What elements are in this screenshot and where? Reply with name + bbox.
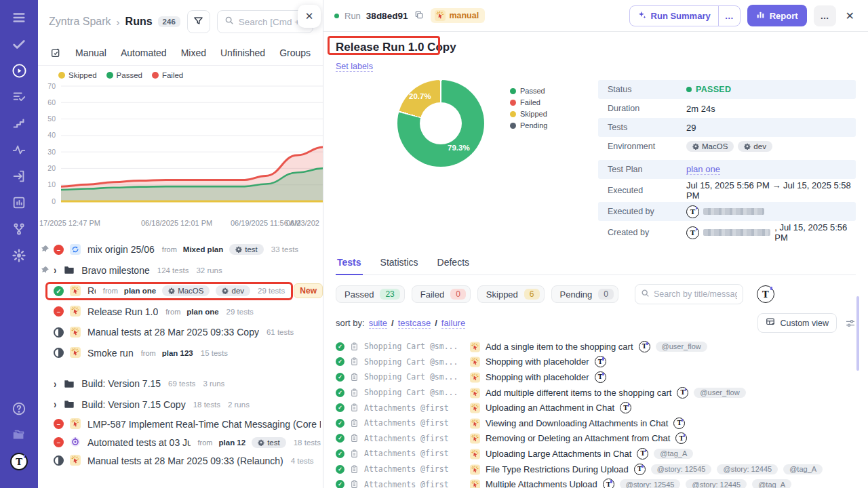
workspace-avatar[interactable]: T — [11, 453, 27, 470]
compose-icon[interactable] — [50, 47, 61, 58]
runs-tab-mixed[interactable]: Mixed — [181, 47, 206, 58]
more-actions-button[interactable]: … — [814, 5, 836, 26]
run-plan-link[interactable]: Mixed plan — [183, 245, 223, 253]
test-row[interactable]: ✓Shopping Cart @sm...Add multiple differ… — [336, 385, 856, 401]
copy-run-id-button[interactable] — [413, 9, 425, 23]
sign-in-icon[interactable] — [11, 168, 27, 184]
run-list-item[interactable]: Smoke runfromplan 12315 tests — [52, 343, 323, 364]
tab-tests[interactable]: Tests — [336, 256, 363, 275]
run-name: Automated tests at 03 Jul 2025 13:25 — [87, 437, 191, 448]
runs-tab-unfinished[interactable]: Unfinished — [220, 47, 265, 58]
clipboard-icon — [350, 342, 359, 351]
runs-play-icon[interactable] — [11, 62, 27, 79]
runs-tab-groups[interactable]: Groups — [279, 47, 311, 58]
set-labels-link[interactable]: Set labels — [336, 62, 373, 72]
test-suite-name: Attachments @first — [364, 449, 465, 458]
test-cases-icon[interactable] — [11, 89, 27, 105]
run-list-item[interactable]: –mix origin 25/06fromMixed plantest33 te… — [52, 239, 323, 260]
activity-icon[interactable] — [11, 142, 27, 158]
test-row[interactable]: ✓Shopping Cart @sm...Shopping with place… — [336, 369, 856, 385]
run-plan-link[interactable]: plan one — [186, 308, 218, 316]
run-tests-count: 61 tests — [267, 328, 294, 336]
run-name: Smoke run — [87, 348, 134, 359]
run-summary-button[interactable]: Run Summary — [630, 6, 718, 26]
runs-count-badge: 246 — [158, 16, 180, 27]
sort-row: sort by: suite / testcase / failure Cust… — [336, 313, 856, 333]
runs-search-input[interactable] — [239, 17, 306, 27]
run-list-item[interactable]: ›Build: Version 7.15 Copy18 tests2 runs — [52, 394, 323, 415]
run-list-item[interactable]: ›Build: Version 7.1569 tests3 runs — [52, 373, 323, 394]
gear-icon — [258, 439, 264, 446]
chevron-right-icon[interactable]: › — [54, 378, 56, 390]
manual-run-icon — [470, 342, 480, 352]
svg-text:70: 70 — [47, 82, 56, 90]
run-list-item[interactable]: Manual tests at 28 Mar 2025 09:33 (Relau… — [52, 451, 323, 470]
close-details-icon[interactable]: ✕ — [843, 9, 857, 22]
info-row-status: StatusPASSED — [598, 80, 856, 99]
filter-chip-skipped[interactable]: Skipped6 — [477, 285, 545, 303]
test-row[interactable]: ✓Shopping Cart @sm...Add a single item t… — [336, 339, 856, 354]
x-axis-label: 17/2025 12:47 PM — [39, 219, 100, 227]
test-title: Uploading Large Attachments in Chat — [486, 449, 631, 459]
test-title: Add a single item to the shopping cart — [486, 342, 633, 352]
new-badge: New — [294, 283, 323, 298]
manual-run-icon — [470, 388, 480, 398]
sliders-icon[interactable] — [845, 318, 856, 329]
tab-defects[interactable]: Defects — [436, 256, 471, 274]
report-button[interactable]: Report — [747, 5, 807, 26]
filter-chip-passed[interactable]: Passed23 — [336, 285, 405, 303]
run-list-item[interactable]: –LMP-587 Implement Real-Time Chat Messag… — [52, 415, 323, 433]
filter-count-badge: 0 — [598, 289, 614, 300]
test-row[interactable]: ✓Shopping Cart @sm...Shopping with place… — [336, 354, 856, 370]
assignee-filter-avatar[interactable]: T — [757, 285, 774, 303]
tests-search-input[interactable] — [654, 289, 737, 299]
test-row[interactable]: ✓Attachments @firstRemoving or Deleting … — [336, 431, 856, 447]
test-row[interactable]: ✓Attachments @firstViewing and Downloadi… — [336, 415, 856, 431]
custom-view-button[interactable]: Custom view — [757, 313, 837, 333]
run-list-item[interactable]: –Automated tests at 03 Jul 2025 13:25fro… — [52, 433, 323, 451]
run-list-item[interactable]: ›Bravo milestone124 tests32 runs — [52, 260, 323, 281]
filter-count-badge: 6 — [524, 289, 540, 300]
run-list-item[interactable]: –Release Run 1.0fromplan one29 tests — [52, 302, 323, 323]
test-tag: @story: 12545 — [651, 464, 712, 474]
run-list-item[interactable]: Manual tests at 28 Mar 2025 09:33 Copy61… — [52, 322, 323, 343]
sort-by-suite-link[interactable]: suite — [369, 318, 387, 329]
test-plan-link[interactable]: plan one — [686, 164, 720, 175]
menu-icon[interactable] — [11, 9, 27, 26]
breadcrumb-project[interactable]: Zyntra Spark — [49, 16, 111, 28]
details-scrollbar-thumb[interactable] — [856, 296, 859, 371]
runs-panel-close-button[interactable]: ✕ — [298, 5, 321, 28]
chevron-right-icon[interactable]: › — [54, 398, 56, 411]
run-summary-more-button[interactable]: … — [718, 6, 740, 26]
analytics-icon[interactable] — [11, 195, 27, 211]
test-row[interactable]: ✓Attachments @firstUploading an Attachme… — [336, 400, 856, 415]
sort-by-testcase-link[interactable]: testcase — [398, 318, 431, 329]
filter-chip-pending[interactable]: Pending0 — [551, 285, 618, 303]
runs-tab-manual[interactable]: Manual — [75, 47, 106, 58]
steps-icon[interactable] — [11, 115, 27, 131]
test-row[interactable]: ✓Attachments @firstFile Type Restriction… — [336, 462, 856, 477]
area-chart: 010203040506070 — [38, 81, 323, 216]
breadcrumb-section[interactable]: Runs — [125, 16, 153, 28]
filter-chip-failed[interactable]: Failed0 — [412, 285, 471, 303]
run-list-item[interactable]: ✓Release Run 1.0 Copyfromplan oneMacOSde… — [52, 281, 323, 302]
branch-icon[interactable] — [11, 221, 27, 237]
manual-run-icon — [470, 357, 480, 367]
run-plan-link[interactable]: plan one — [124, 287, 156, 295]
tasks-check-icon[interactable] — [11, 36, 27, 52]
run-plan-link[interactable]: plan 12 — [219, 439, 246, 447]
chevron-right-icon[interactable]: › — [54, 264, 56, 277]
info-value: Jul 15, 2025 5:56 PM → Jul 15, 2025 5:58… — [686, 180, 856, 201]
run-status-passed-icon: ✓ — [336, 449, 344, 458]
runs-tab-automated[interactable]: Automated — [121, 47, 167, 58]
test-row[interactable]: ✓Attachments @firstMultiple Attachments … — [336, 476, 856, 488]
test-row[interactable]: ✓Attachments @firstUploading Large Attac… — [336, 446, 856, 462]
sort-by-failure-link[interactable]: failure — [441, 318, 465, 329]
tab-statistics[interactable]: Statistics — [379, 256, 420, 274]
run-plan-link[interactable]: plan 123 — [162, 349, 193, 357]
projects-folder-icon[interactable] — [11, 427, 27, 443]
gear-icon — [692, 143, 699, 150]
settings-gear-icon[interactable] — [11, 247, 27, 264]
filter-button[interactable] — [187, 10, 210, 33]
help-icon[interactable] — [11, 401, 27, 417]
